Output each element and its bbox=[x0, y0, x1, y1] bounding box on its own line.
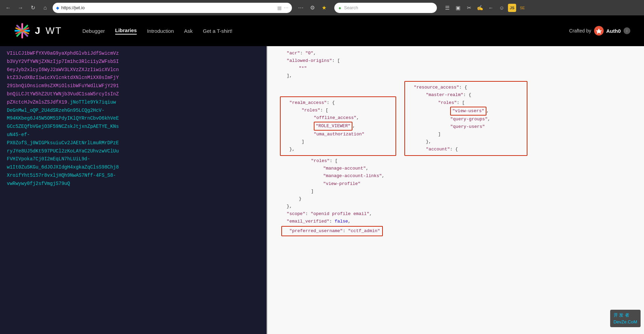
jwt-token-panel: VIiLCJ1bWFfYXV0aG9yaXphdGlvbiJdfSwicmVz … bbox=[0, 46, 267, 334]
json-master-end: }, bbox=[408, 138, 523, 146]
json-line-origins-end: ], bbox=[274, 72, 637, 80]
json-line-star: "*" bbox=[274, 65, 637, 72]
crafted-by-label: Crafted by bbox=[569, 28, 591, 34]
se-button[interactable]: SE bbox=[518, 3, 527, 13]
nav-libraries[interactable]: Libraries bbox=[115, 27, 137, 35]
json-realm-access: "realm_access": { bbox=[284, 99, 392, 107]
json-scope: "scope": "openid profile email", bbox=[274, 210, 637, 218]
site-header: J WT Debugger Libraries Introduction Ask… bbox=[0, 15, 644, 46]
site-logo: J WT bbox=[14, 22, 62, 39]
watermark: 开 发 者 DevZe.CoM bbox=[610, 310, 641, 327]
search-placeholder: Search bbox=[344, 5, 358, 10]
json-view-users-line: "view-users", bbox=[408, 107, 523, 116]
json-roles3-end: ] bbox=[274, 188, 637, 195]
json-query-users: "query-users" bbox=[408, 123, 523, 131]
preferred-username-box: "preferred_username": "cctf_admin" bbox=[274, 225, 383, 236]
forward-button[interactable]: → bbox=[16, 3, 25, 13]
browser-right-icons: ☰ ▣ ✂ ✍ ← ☺ JS SE bbox=[442, 3, 527, 13]
js-button[interactable]: JS bbox=[508, 4, 516, 12]
jwt-logo-icon bbox=[14, 22, 31, 39]
json-roles1-end: ] bbox=[284, 138, 392, 146]
json-uma: "uma_authorization" bbox=[284, 131, 392, 138]
nav-introduction[interactable]: Introduction bbox=[147, 28, 174, 34]
json-account: "account": { bbox=[408, 146, 523, 153]
json-line-origins: "allowed-origins": [ bbox=[274, 57, 637, 65]
site-nav: Debugger Libraries Introduction Ask Get … bbox=[82, 27, 569, 35]
json-account-end: } bbox=[274, 195, 637, 203]
search-engine-logo: ● bbox=[338, 5, 341, 11]
browser-toolbar: ⋯ ⚙ ★ bbox=[296, 3, 329, 13]
more-tools-button[interactable]: ⋯ bbox=[296, 3, 306, 13]
logo-text: J WT bbox=[35, 25, 62, 36]
nav-ask[interactable]: Ask bbox=[184, 28, 193, 34]
extensions-button[interactable]: ⚙ bbox=[308, 3, 317, 13]
back-arrow-button[interactable]: ← bbox=[486, 3, 496, 13]
browser-chrome: ← → ↻ ⌂ ◆ https://jwt.io ▦ ⋯ ⋯ ⚙ ★ ● Sea… bbox=[0, 0, 644, 15]
json-offline: "offline_access", bbox=[284, 114, 392, 122]
resource-access-box: "resource_access": { "master-realm": { "… bbox=[404, 81, 527, 156]
json-roles2-end: ] bbox=[408, 131, 523, 138]
bookmark-button[interactable]: ★ bbox=[319, 3, 329, 13]
json-roles3: "roles": [ bbox=[274, 157, 637, 165]
json-resource-access: "resource_access": { bbox=[408, 84, 523, 91]
security-shield-icon: ◆ bbox=[56, 5, 59, 10]
nav-tshirt[interactable]: Get a T-shirt! bbox=[203, 28, 232, 34]
json-payload-panel: "acr": "0", "allowed-origins": [ "*" ], … bbox=[268, 46, 644, 334]
search-bar[interactable]: ● Search bbox=[334, 3, 437, 13]
chat-button[interactable]: ✍ bbox=[475, 3, 485, 13]
auth0-logo-icon bbox=[594, 26, 604, 36]
json-master-realm: "master-realm": { bbox=[408, 91, 523, 99]
json-email-verified: "email_verified": false, bbox=[274, 218, 637, 225]
watermark-line1: 开 发 者 bbox=[614, 312, 637, 319]
jwt-token-text: VIiLCJ1bWFfYXV0aG9yaXphdGlvbiJdfSwicmVz … bbox=[7, 50, 260, 188]
json-line-acr: "acr": "0", bbox=[274, 50, 637, 57]
screenshot-button[interactable]: ✂ bbox=[464, 3, 474, 13]
home-button[interactable]: ⌂ bbox=[40, 3, 50, 13]
jwt-dot1: . bbox=[67, 99, 70, 105]
address-bar[interactable]: ◆ https://jwt.io ▦ ⋯ bbox=[53, 3, 292, 13]
back-button[interactable]: ← bbox=[3, 3, 13, 13]
library-button[interactable]: ☰ bbox=[442, 3, 452, 13]
url-text: https://jwt.io bbox=[61, 5, 275, 10]
json-roles1: "roles": [ bbox=[284, 107, 392, 114]
json-realm-end: }, bbox=[284, 146, 392, 153]
jwt-part1: VIiLCJ1bWFfYXV0aG9yaXphdGlvbiJdfSwicmVz … bbox=[7, 51, 119, 105]
json-query-groups: "query-groups", bbox=[408, 116, 523, 123]
grid-icon: ▦ bbox=[277, 5, 282, 11]
account-button[interactable]: ☺ bbox=[497, 3, 507, 13]
json-resource-end: }, bbox=[274, 203, 637, 210]
json-role-viewer-line: "ROLE_VIEWER", bbox=[284, 122, 392, 131]
json-manage-account: "manage-account", bbox=[274, 165, 637, 172]
info-icon[interactable]: i bbox=[623, 27, 630, 34]
json-preferred-username: "preferred_username": "cctf_admin" bbox=[281, 226, 383, 236]
tab-overview-button[interactable]: ▣ bbox=[453, 3, 463, 13]
realm-access-box: "realm_access": { "roles": [ "offline_ac… bbox=[280, 96, 396, 156]
json-manage-account-links: "manage-account-links", bbox=[274, 172, 637, 180]
watermark-line2: DevZe.CoM bbox=[614, 319, 637, 325]
json-view-profile: "view-profile" bbox=[274, 180, 637, 188]
more-options-icon: ⋯ bbox=[284, 5, 289, 11]
reload-button[interactable]: ↻ bbox=[28, 3, 38, 13]
json-roles2: "roles": [ bbox=[408, 99, 523, 107]
auth0-label: Auth0 bbox=[606, 28, 621, 34]
main-content: VIiLCJ1bWFfYXV0aG9yaXphdGlvbiJdfSwicmVz … bbox=[0, 46, 644, 334]
jwt-part2: jNoTTle9Yk7iqiuw DeGnMwl_oQP_2U4dSRzehGn… bbox=[7, 99, 119, 186]
crafted-by: Crafted by Auth0 i bbox=[569, 26, 630, 36]
nav-debugger[interactable]: Debugger bbox=[82, 28, 105, 34]
